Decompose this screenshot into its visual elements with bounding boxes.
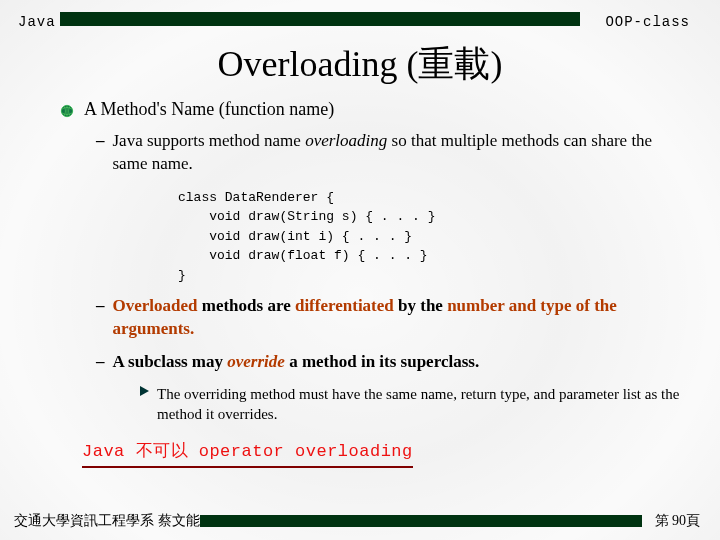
header-bar: [60, 12, 580, 26]
bullet-2c: – A subclass may override a method in it…: [96, 351, 680, 374]
bullet-1: A Method's Name (function name): [60, 99, 680, 120]
bullet-3a-text: The overriding method must have the same…: [157, 384, 680, 425]
triangle-icon: [140, 386, 149, 396]
bullet-2b-text: Overloaded methods are differentiated by…: [113, 295, 681, 341]
bullet-2a: – Java supports method name overloading …: [96, 130, 680, 176]
globe-icon: [60, 104, 74, 118]
bullet-3a: The overriding method must have the same…: [140, 384, 680, 425]
callout: Java 不可以 operator overloading: [82, 437, 413, 468]
header-left: Java: [18, 14, 56, 30]
slide-title: Overloading (重載): [0, 40, 720, 89]
header-right: OOP-class: [605, 14, 690, 30]
bullet-2a-text: Java supports method name overloading so…: [113, 130, 681, 176]
dash-icon: –: [96, 351, 105, 374]
footer-left: 交通大學資訊工程學系 蔡文能: [14, 512, 200, 530]
footer-right: 第 90頁: [655, 512, 701, 530]
slide-content: A Method's Name (function name) – Java s…: [0, 89, 720, 468]
bullet-1-text: A Method's Name (function name): [84, 99, 334, 120]
code-block: class DataRenderer { void draw(String s)…: [178, 188, 680, 286]
dash-icon: –: [96, 295, 105, 341]
bullet-2c-text: A subclass may override a method in its …: [113, 351, 480, 374]
bullet-2b: – Overloaded methods are differentiated …: [96, 295, 680, 341]
slide-footer: 交通大學資訊工程學系 蔡文能 第 90頁: [0, 506, 720, 530]
slide-header: Java OOP-class: [0, 0, 720, 38]
dash-icon: –: [96, 130, 105, 176]
footer-bar: [200, 515, 642, 527]
